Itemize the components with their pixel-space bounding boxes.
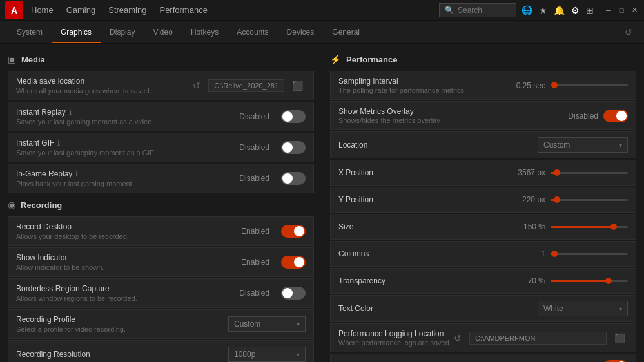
tab-graphics[interactable]: Graphics bbox=[52, 23, 101, 43]
setting-instant-replay: Instant Replay ℹ Saves your last gaming … bbox=[8, 102, 314, 131]
gear-icon[interactable]: ⚙ bbox=[571, 5, 580, 15]
nav-streaming[interactable]: Streaming bbox=[108, 3, 146, 17]
show-metrics-overlay-toggle[interactable] bbox=[603, 110, 628, 122]
show-metrics-overlay-value: Disabled bbox=[563, 111, 598, 120]
show-indicator-toggle[interactable] bbox=[281, 256, 306, 269]
instant-gif-value: Disabled bbox=[218, 143, 269, 152]
right-panel: ⚡ Performance Sampling Interval The poll… bbox=[322, 44, 644, 362]
setting-recording-resolution: Recording Resolution 1080p ▾ bbox=[8, 340, 314, 362]
close-button[interactable]: ✕ bbox=[630, 6, 639, 15]
bell-icon[interactable]: 🔔 bbox=[554, 5, 565, 15]
in-game-replay-info-icon[interactable]: ℹ bbox=[75, 170, 78, 178]
grid-icon[interactable]: ⊞ bbox=[586, 5, 594, 15]
tab-system[interactable]: System bbox=[8, 23, 52, 43]
setting-desc-show-indicator: Allow indicator to be shown. bbox=[16, 263, 218, 271]
star-icon[interactable]: ★ bbox=[539, 5, 547, 15]
setting-transparency: Transparency 70 % bbox=[330, 268, 636, 294]
instant-gif-info-icon[interactable]: ℹ bbox=[57, 139, 60, 148]
setting-record-desktop: Record Desktop Allows your desktop to be… bbox=[8, 216, 314, 246]
titlebar-left: A Home Gaming Streaming Performance bbox=[5, 1, 208, 19]
search-icon: 🔍 bbox=[445, 6, 454, 14]
instant-replay-toggle[interactable] bbox=[281, 110, 306, 123]
transparency-value: 70 % bbox=[510, 276, 545, 285]
media-section-title: Media bbox=[21, 55, 45, 64]
setting-name-instant-gif: Instant GIF ℹ bbox=[16, 138, 218, 148]
instant-gif-toggle[interactable] bbox=[281, 141, 306, 154]
instant-replay-info-icon[interactable]: ℹ bbox=[69, 108, 72, 117]
in-game-replay-value: Disabled bbox=[218, 174, 269, 183]
perf-logging-path[interactable]: C:\AMDPERFMON bbox=[469, 332, 607, 345]
tab-accounts[interactable]: Accounts bbox=[228, 23, 277, 43]
transparency-slider[interactable] bbox=[551, 280, 628, 282]
performance-section-header: ⚡ Performance bbox=[330, 54, 636, 64]
size-value: 150 % bbox=[510, 222, 545, 231]
setting-desc-media-save: Where all your media goes when its saved… bbox=[16, 87, 190, 95]
borderless-region-toggle[interactable] bbox=[281, 287, 306, 300]
setting-show-indicator: Show Indicator Allow indicator to be sho… bbox=[8, 247, 314, 277]
setting-performance-logging-location: Performance Logging Location Where perfo… bbox=[330, 323, 636, 352]
x-position-slider[interactable] bbox=[551, 172, 628, 174]
recording-resolution-chevron: ▾ bbox=[297, 351, 300, 358]
setting-name-recording-resolution: Recording Resolution bbox=[16, 350, 228, 359]
media-save-reset-icon[interactable]: ↺ bbox=[190, 79, 203, 92]
in-game-replay-toggle[interactable] bbox=[281, 172, 306, 185]
show-indicator-value: Enabled bbox=[218, 258, 269, 267]
tab-hotkeys[interactable]: Hotkeys bbox=[182, 23, 228, 43]
setting-borderless-region: Borderless Region Capture Allows window … bbox=[8, 278, 314, 308]
y-position-slider[interactable] bbox=[551, 199, 628, 201]
setting-desc-instant-replay: Saves your last gaming moment as a video… bbox=[16, 118, 218, 126]
amd-logo: A bbox=[5, 1, 23, 19]
perf-logging-location-label: Performance Logging Location bbox=[338, 329, 451, 338]
refresh-icon[interactable]: ↺ bbox=[621, 23, 636, 41]
titlebar-icons: 🌐 ★ 🔔 ⚙ ⊞ bbox=[522, 5, 594, 15]
tab-general[interactable]: General bbox=[323, 23, 369, 43]
show-metrics-overlay-desc: Shows/hides the metrics overlay bbox=[338, 117, 442, 124]
x-position-label: X Position bbox=[338, 168, 442, 177]
setting-name-instant-replay: Instant Replay ℹ bbox=[16, 108, 218, 117]
nav-gaming[interactable]: Gaming bbox=[66, 3, 96, 17]
perf-logging-reset-icon[interactable]: ↺ bbox=[451, 332, 464, 345]
titlebar: A Home Gaming Streaming Performance 🔍 🌐 … bbox=[0, 0, 644, 21]
nav-performance[interactable]: Performance bbox=[159, 3, 207, 17]
search-box[interactable]: 🔍 bbox=[439, 3, 516, 17]
setting-columns: Columns 1 bbox=[330, 241, 636, 267]
borderless-region-value: Disabled bbox=[218, 289, 269, 298]
titlebar-right: 🔍 🌐 ★ 🔔 ⚙ ⊞ ─ □ ✕ bbox=[439, 3, 639, 17]
window-controls: ─ □ ✕ bbox=[604, 6, 639, 15]
sampling-interval-slider[interactable] bbox=[551, 84, 628, 86]
setting-name-recording-profile: Recording Profile bbox=[16, 315, 228, 324]
media-save-path[interactable]: C:\Relive_2020_281 bbox=[208, 79, 284, 92]
media-icon: ▣ bbox=[8, 54, 16, 64]
setting-desc-borderless-region: Allows window regions to be recorded. bbox=[16, 294, 218, 302]
columns-slider[interactable] bbox=[551, 253, 628, 255]
setting-name-in-game-replay: In-Game Replay ℹ bbox=[16, 169, 218, 178]
instant-replay-value: Disabled bbox=[218, 112, 269, 121]
setting-in-game-replay: In-Game Replay ℹ Plays back your last ga… bbox=[8, 164, 314, 193]
tab-video[interactable]: Video bbox=[144, 23, 181, 43]
globe-icon[interactable]: 🌐 bbox=[522, 5, 532, 15]
recording-profile-chevron: ▾ bbox=[297, 321, 300, 328]
recording-icon: ◉ bbox=[8, 200, 15, 210]
text-color-chevron: ▾ bbox=[619, 305, 622, 312]
maximize-button[interactable]: □ bbox=[617, 6, 626, 15]
recording-resolution-dropdown[interactable]: 1080p ▾ bbox=[228, 347, 306, 362]
recording-profile-dropdown[interactable]: Custom ▾ bbox=[228, 316, 306, 332]
content: ▣ Media Media save location Where all yo… bbox=[0, 44, 644, 362]
setting-show-metrics-overlay: Show Metrics Overlay Shows/hides the met… bbox=[330, 101, 636, 130]
size-slider[interactable] bbox=[551, 226, 628, 228]
sampling-interval-label: Sampling Interval bbox=[338, 77, 464, 86]
recording-section-title: Recording bbox=[21, 200, 62, 210]
tab-devices[interactable]: Devices bbox=[278, 23, 324, 43]
perf-logging-browse-icon[interactable]: ⬛ bbox=[612, 332, 628, 345]
location-dropdown[interactable]: Custom ▾ bbox=[538, 137, 628, 153]
tab-display[interactable]: Display bbox=[101, 23, 144, 43]
search-input[interactable] bbox=[458, 6, 516, 15]
perf-logging-location-desc: Where performance logs are saved. bbox=[338, 339, 451, 347]
text-color-dropdown[interactable]: White ▾ bbox=[538, 301, 628, 316]
nav-home[interactable]: Home bbox=[31, 3, 54, 17]
setting-desc-instant-gif: Saves your last gameplay moment as a GIF… bbox=[16, 149, 218, 157]
columns-label: Columns bbox=[338, 249, 442, 258]
record-desktop-toggle[interactable] bbox=[281, 225, 306, 238]
minimize-button[interactable]: ─ bbox=[604, 6, 613, 15]
media-save-browse-icon[interactable]: ⬛ bbox=[289, 79, 306, 92]
